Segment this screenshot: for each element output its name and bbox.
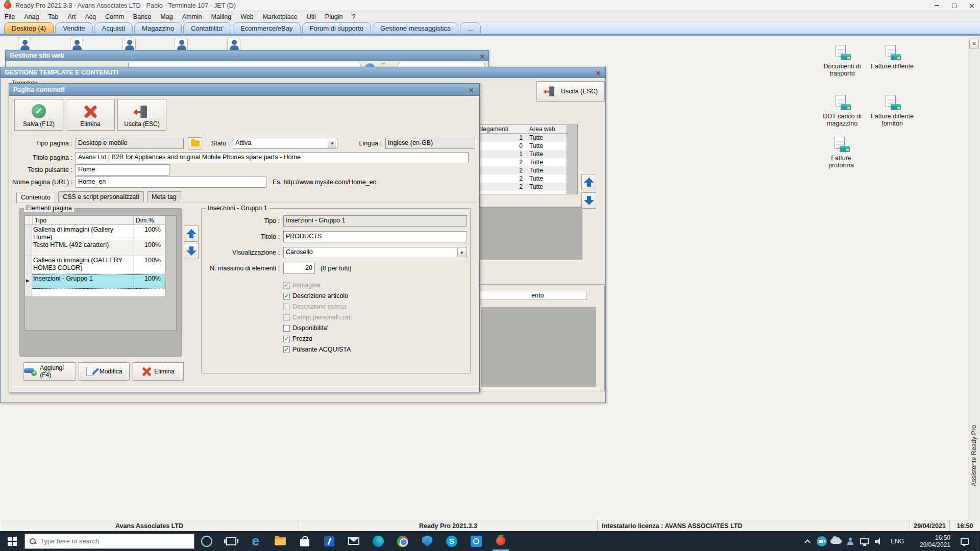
menu-file[interactable]: File [0,13,19,20]
taskbar-edge-chromium[interactable] [366,531,390,551]
tray-expand-button[interactable] [801,531,814,551]
taskbar-clock[interactable]: 16:50 29/04/2021 [910,534,952,548]
tab-acquisti[interactable]: Acquisti [94,22,133,34]
modifica-button[interactable]: Modifica [79,362,130,381]
scrollbar[interactable] [567,125,577,194]
maximize-button[interactable] [945,0,963,11]
tab-contabilita[interactable]: Contabilita' [183,22,231,34]
tab-vendite[interactable]: Vendite [55,22,92,34]
menu-tab[interactable]: Tab [43,13,63,20]
element-up-button[interactable] [184,226,199,242]
desktop-icon-fatture-fornitori[interactable]: Fatture differite fornitori [870,95,914,128]
menu-art[interactable]: Art [63,13,81,20]
menu-anag[interactable]: Anag [19,13,43,20]
titolo-pagina-field[interactable]: Avans Ltd | B2B for Appliances and origi… [76,152,469,163]
table-row[interactable]: Testo HTML (492 caratteri)100% [25,240,165,256]
stato-select[interactable]: Attiva [233,138,337,149]
minimize-button[interactable] [928,0,945,11]
tab-ecommerce[interactable]: Ecommerce/eBay [233,22,301,34]
taskbar-edge[interactable] [243,531,268,551]
menu-mag[interactable]: Mag [156,13,177,20]
tray-meet-now[interactable] [816,531,828,551]
desktop-shortcut-icon[interactable] [227,38,240,51]
menu-marketplace[interactable]: Marketplace [258,13,302,20]
checkbox-descrizione-estesa[interactable]: Descrizione estesa [283,303,347,310]
nome-pagina-field[interactable]: Home_en [76,177,266,188]
checkbox-campi-personalizzati[interactable]: Campi personalizzati [283,314,352,321]
visualizzazione-select[interactable]: Carosello [283,247,467,258]
taskbar-chrome[interactable] [390,531,415,551]
table-row-empty[interactable] [25,289,165,296]
taskbar-mail[interactable] [341,531,366,551]
tray-display[interactable] [859,531,871,551]
search-input[interactable] [40,537,173,545]
taskbar-defender[interactable] [415,531,439,551]
language-indicator[interactable]: ENG [887,538,908,545]
aggiungi-button[interactable]: + Aggiungi (F4) [23,362,76,381]
dialog-titlebar[interactable]: Pagina contenuti [9,84,479,96]
max-elementi-field[interactable]: 20 [283,263,315,274]
taskbar-store[interactable] [292,531,317,551]
taskbar-photos[interactable] [464,531,488,551]
ins-titolo-field[interactable]: PRODUCTS [283,231,467,242]
show-desktop-button[interactable] [977,531,980,551]
menu-banco[interactable]: Banco [129,13,156,20]
menu-mailing[interactable]: Mailing [207,13,236,20]
gt-uscita-button[interactable]: Uscita (ESC) [536,81,605,102]
gt-close-icon[interactable] [594,69,601,77]
checkbox-descrizione-articolo[interactable]: Descrizione articolo [283,292,348,299]
desktop-shortcut-icon[interactable] [175,38,188,51]
taskbar-skype[interactable] [439,531,464,551]
tray-people[interactable] [844,531,856,551]
uscita-button[interactable]: Uscita (ESC) [117,99,166,131]
chevron-down-icon[interactable] [328,139,336,148]
testo-pulsante-field[interactable]: Home [76,164,169,176]
tray-onedrive[interactable] [830,531,842,551]
tab-forum[interactable]: Forum di supporto [302,22,372,34]
desktop-icon-documenti-trasporto[interactable]: Documenti di trasporto [820,45,864,78]
move-down-button[interactable] [581,192,596,209]
gsw-close-icon[interactable] [478,53,485,60]
tab-desktop[interactable]: Desktop (4) [4,22,54,34]
gt-titlebar[interactable]: GESTIONE TEMPLATE E CONTENUTI [1,67,605,78]
checkbox-prezzo[interactable]: Prezzo [283,335,312,342]
desktop-shortcut-icon[interactable] [18,38,31,51]
desktop-icon-fatture-proforma[interactable]: Fatture proforma [819,137,863,169]
desktop-icon-ddt-carico[interactable]: DDT carico di magazzino [820,95,864,128]
cortana-button[interactable] [194,531,219,551]
menu-help[interactable]: ? [348,13,360,20]
menu-util[interactable]: Util [302,13,321,20]
move-up-button[interactable] [581,174,596,190]
menu-acq[interactable]: Acq [81,13,101,20]
start-button[interactable] [0,531,24,551]
checkbox-disponibilita[interactable]: Disponibilita' [283,324,328,332]
dialog-close-icon[interactable] [467,86,474,93]
elimina-element-button[interactable]: Elimina [133,362,184,381]
elimina-button[interactable]: Elimina [66,99,115,131]
collapse-button[interactable]: « [969,39,979,48]
gsw-titlebar[interactable]: Gestione sito web [6,51,488,61]
taskbar-readypro[interactable] [488,531,513,551]
action-center-button[interactable] [954,531,975,551]
desktop-icon-fatture-differite[interactable]: Fatture differite [870,45,914,70]
elementi-table[interactable]: Tipo Dim.% Galleria di immagini (Gallery… [24,215,177,331]
tab-meta-tag[interactable]: Meta tag [147,191,181,202]
menu-web[interactable]: Web [236,13,258,20]
table-row[interactable]: Galleria di immagini (Gallery Home)100% [25,225,165,240]
tray-volume[interactable] [873,531,885,551]
menu-plugin[interactable]: Plugin [321,13,348,20]
menu-comm[interactable]: Comm [101,13,129,20]
task-view-button[interactable] [219,531,243,551]
table-row-selected[interactable]: Inserzioni - Gruppo 1100% [25,274,165,289]
menu-ammin[interactable]: Ammin [178,13,207,20]
salva-button[interactable]: Salva (F12) [14,99,63,131]
close-button[interactable] [963,0,980,11]
tab-magazzino[interactable]: Magazzino [134,22,182,34]
desktop-shortcut-icon[interactable] [70,38,83,51]
desktop-shortcut-icon[interactable] [122,38,136,51]
scrollbar[interactable] [165,216,176,330]
taskbar-search[interactable] [24,534,194,549]
tab-more[interactable]: ... [460,22,481,34]
taskbar-file-explorer[interactable] [268,531,292,551]
element-down-button[interactable] [184,243,199,259]
